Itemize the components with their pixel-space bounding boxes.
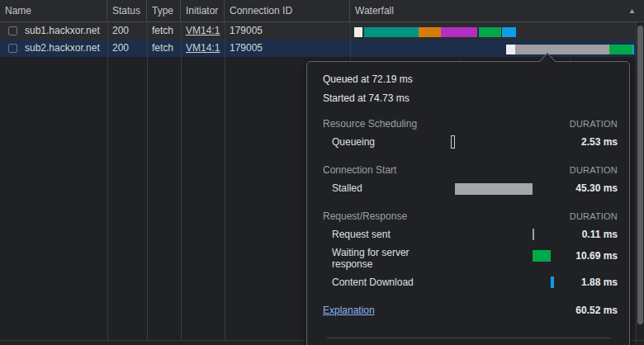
phase-label-queueing: Queueing bbox=[332, 136, 375, 148]
section-resource-scheduling: Resource Scheduling bbox=[323, 118, 417, 130]
column-divider[interactable] bbox=[107, 22, 108, 340]
phase-label-request-sent: Request sent bbox=[332, 229, 391, 240]
phase-duration-content-download: 1.88 ms bbox=[581, 276, 618, 288]
phase-duration-stalled: 45.30 ms bbox=[575, 182, 618, 194]
waterfall-segment-dns-lookup bbox=[364, 27, 419, 37]
column-header-type[interactable]: Type bbox=[147, 0, 181, 22]
column-divider[interactable] bbox=[147, 22, 148, 340]
phase-bar-lane bbox=[451, 182, 554, 196]
waterfall-segment-initial-connection bbox=[419, 27, 441, 37]
waterfall-segment-waiting-ttfb bbox=[609, 45, 632, 54]
section-connection-start: Connection Start bbox=[323, 164, 396, 176]
phase-bar-lane bbox=[451, 135, 554, 149]
phase-bar-content-download bbox=[551, 276, 554, 288]
phase-bar-lane bbox=[451, 227, 554, 242]
column-divider[interactable] bbox=[181, 22, 182, 340]
column-header-waterfall[interactable]: Waterfall ▲ bbox=[350, 0, 644, 22]
column-header-name[interactable]: Name bbox=[0, 0, 107, 22]
waterfall-segment-waiting-ttfb bbox=[479, 27, 501, 37]
waterfall-segment-ssl bbox=[441, 27, 477, 37]
phase-bar-waiting-for-server-response bbox=[533, 250, 551, 262]
explanation-link[interactable]: Explanation bbox=[323, 305, 375, 316]
phase-bar-queueing bbox=[451, 135, 455, 149]
timing-tooltip: Queued at 72.19 ms Started at 74.73 ms R… bbox=[306, 61, 630, 345]
sort-ascending-icon: ▲ bbox=[628, 0, 636, 22]
phase-bar-request-sent bbox=[533, 229, 534, 240]
column-header-status[interactable]: Status bbox=[107, 0, 147, 22]
phase-bar-stalled bbox=[455, 183, 533, 195]
started-at-text: Started at 74.73 ms bbox=[323, 92, 410, 104]
duration-header: DURATION bbox=[570, 119, 618, 129]
waterfall-segment-queueing bbox=[354, 27, 362, 37]
queued-at-text: Queued at 72.19 ms bbox=[323, 73, 413, 85]
duration-header: DURATION bbox=[570, 165, 618, 175]
column-header-initiator[interactable]: Initiator bbox=[181, 0, 225, 22]
table-header: Name Status Type Initiator Connection ID… bbox=[0, 0, 644, 22]
phase-duration-queueing: 2.53 ms bbox=[581, 136, 618, 148]
waterfall-segment-content-download bbox=[632, 45, 634, 54]
phase-duration-request-sent: 0.11 ms bbox=[582, 229, 618, 240]
scrollbar-track-border bbox=[636, 22, 637, 345]
request-row-sub2-selected[interactable]: sub2.hackxor.net 200 fetch VM14:1 179005 bbox=[0, 40, 636, 57]
phase-label-stalled: Stalled bbox=[332, 182, 362, 194]
network-panel: sub1.hackxor.net 200 fetch VM14:1 179005… bbox=[0, 0, 644, 345]
waterfall-segment-stalled bbox=[515, 45, 609, 54]
waterfall-segment-content-download bbox=[502, 27, 516, 37]
phase-label-waiting: Waiting for server response bbox=[332, 247, 447, 270]
request-row-sub1[interactable]: sub1.hackxor.net 200 fetch VM14:1 179005 bbox=[0, 22, 636, 40]
waterfall-segment-queueing bbox=[506, 45, 515, 54]
section-request-response: Request/Response bbox=[323, 210, 407, 222]
waterfall-bar-group[interactable] bbox=[0, 22, 636, 40]
vertical-scrollbar-thumb[interactable] bbox=[637, 26, 643, 324]
phase-duration-waiting: 10.69 ms bbox=[575, 250, 618, 262]
column-header-connection-id[interactable]: Connection ID bbox=[225, 0, 350, 22]
phase-bar-lane bbox=[451, 275, 554, 290]
phase-label-content-download: Content Download bbox=[332, 276, 414, 288]
tooltip-divider bbox=[327, 338, 611, 338]
phase-bar-lane bbox=[451, 248, 554, 263]
duration-header: DURATION bbox=[570, 211, 618, 221]
total-duration: 60.52 ms bbox=[575, 305, 618, 316]
waterfall-bar-group[interactable] bbox=[0, 40, 636, 57]
column-divider[interactable] bbox=[225, 22, 225, 340]
